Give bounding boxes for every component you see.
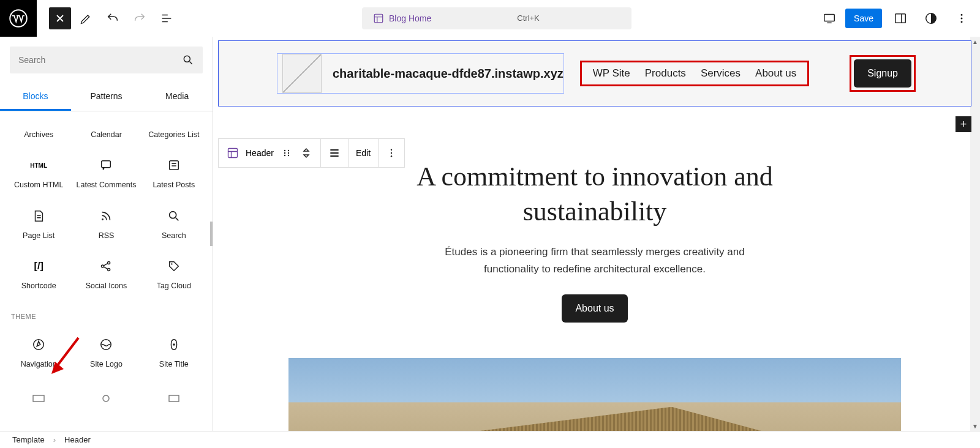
hero-subtitle[interactable]: Études is a pioneering firm that seamles…	[423, 244, 766, 277]
crumb-header[interactable]: Header	[64, 435, 91, 444]
block-shortcode[interactable]: [/]Shortcode	[5, 249, 72, 299]
tab-blocks[interactable]: Blocks	[0, 83, 71, 111]
svg-point-6	[960, 17, 962, 19]
hero-title[interactable]: A commitment to innovation and sustainab…	[374, 159, 815, 229]
tab-media[interactable]: Media	[141, 83, 213, 111]
block-latest-comments[interactable]: Latest Comments	[72, 148, 140, 198]
svg-rect-20	[33, 395, 44, 401]
chevron-right-icon: ›	[53, 435, 56, 444]
svg-rect-22	[169, 395, 179, 401]
view-button[interactable]	[817, 6, 842, 31]
svg-point-5	[960, 13, 962, 15]
svg-point-29	[288, 155, 289, 156]
template-part-icon	[226, 146, 239, 160]
settings-sidebar-button[interactable]	[888, 6, 913, 31]
search-input[interactable]	[10, 47, 203, 73]
tab-patterns[interactable]: Patterns	[71, 83, 142, 111]
edit-button[interactable]: Edit	[349, 139, 379, 167]
wp-logo[interactable]	[0, 0, 37, 37]
block-calendar[interactable]: Calendar	[72, 114, 140, 148]
block-custom-html[interactable]: HTMLCustom HTML	[5, 148, 72, 198]
section-theme: THEME	[5, 299, 208, 327]
svg-point-0	[10, 10, 27, 27]
styles-button[interactable]	[919, 6, 943, 31]
svg-point-28	[284, 155, 285, 156]
svg-point-12	[169, 211, 176, 218]
header-template-part[interactable]: charitable-macaque-dfde87.instawp.xyz WP…	[218, 40, 971, 106]
redo-button[interactable]	[127, 6, 152, 31]
block-placeholder[interactable]	[140, 381, 208, 422]
block-placeholder[interactable]	[72, 381, 140, 422]
search-icon	[182, 54, 194, 66]
nav-item[interactable]: Services	[701, 67, 741, 80]
save-button[interactable]: Save	[845, 9, 882, 28]
svg-point-32	[391, 155, 392, 157]
svg-point-8	[184, 56, 190, 62]
svg-point-26	[284, 152, 285, 154]
svg-point-30	[391, 149, 392, 151]
shortcut-hint: Ctrl+K	[517, 13, 539, 23]
block-site-title[interactable]: Site Title	[140, 327, 208, 378]
nav-item[interactable]: About us	[755, 67, 796, 80]
tools-button[interactable]	[74, 6, 98, 31]
signup-highlight: Signup	[850, 55, 916, 92]
add-block-button[interactable]: +	[956, 116, 971, 132]
document-overview-button[interactable]	[154, 6, 179, 31]
block-latest-posts[interactable]: Latest Posts	[140, 148, 208, 198]
block-navigation[interactable]: Navigation	[5, 327, 72, 378]
svg-rect-1	[374, 14, 383, 23]
navigation-block-highlight: WP Site Products Services About us	[580, 61, 809, 86]
site-logo-placeholder[interactable]	[282, 54, 322, 93]
breadcrumb-bar: Template › Header	[0, 431, 980, 448]
svg-point-25	[288, 150, 289, 151]
svg-point-13	[102, 265, 104, 267]
inserter-tabs: Blocks Patterns Media	[0, 83, 213, 111]
block-tag-cloud[interactable]: Tag Cloud	[140, 249, 208, 299]
move-updown-icon[interactable]	[300, 146, 313, 160]
svg-point-16	[171, 263, 172, 264]
svg-point-21	[103, 395, 109, 401]
undo-button[interactable]	[100, 6, 125, 31]
nav-item[interactable]: WP Site	[593, 67, 630, 80]
editor-canvas[interactable]: ▲▼ charitable-macaque-dfde87.instawp.xyz…	[213, 37, 980, 431]
crumb-template[interactable]: Template	[12, 435, 45, 444]
svg-point-14	[108, 261, 110, 264]
template-icon	[373, 13, 384, 24]
editor-topbar: Blog Home Ctrl+K Save	[0, 0, 980, 37]
signup-button[interactable]: Signup	[854, 59, 911, 88]
svg-point-7	[960, 21, 962, 23]
drag-handle-icon[interactable]	[280, 146, 293, 160]
block-categories-list[interactable]: Categories List	[140, 114, 208, 148]
canvas-scrollbar[interactable]: ▲▼	[970, 37, 980, 431]
command-bar[interactable]: Blog Home Ctrl+K	[362, 7, 631, 29]
align-button[interactable]	[321, 139, 349, 167]
block-site-logo[interactable]: Site Logo	[72, 327, 140, 378]
svg-point-19	[173, 343, 175, 346]
template-name: Blog Home	[389, 13, 431, 23]
hero-button[interactable]: About us	[562, 294, 627, 323]
scrollbar-thumb[interactable]	[210, 222, 213, 246]
svg-rect-3	[895, 13, 906, 23]
svg-point-24	[284, 150, 285, 151]
options-button[interactable]	[949, 6, 974, 31]
svg-point-27	[288, 152, 289, 154]
svg-rect-10	[169, 161, 178, 170]
block-archives[interactable]: Archives	[5, 114, 72, 148]
block-toolbar: Header Edit	[218, 138, 405, 168]
site-title[interactable]: charitable-macaque-dfde87.instawp.xyz	[333, 67, 564, 81]
block-options-button[interactable]	[379, 139, 404, 167]
svg-point-15	[108, 268, 110, 271]
svg-rect-9	[102, 161, 111, 168]
svg-point-31	[391, 152, 392, 154]
svg-rect-2	[824, 14, 835, 21]
nav-item[interactable]: Products	[645, 67, 686, 80]
block-placeholder[interactable]	[5, 381, 72, 422]
svg-rect-23	[228, 149, 238, 158]
block-type-button[interactable]: Header	[219, 139, 321, 167]
block-search[interactable]: Search	[140, 199, 208, 249]
block-page-list[interactable]: Page List	[5, 199, 72, 249]
hero-image[interactable]	[288, 358, 901, 431]
close-inserter-button[interactable]	[49, 7, 71, 29]
block-social-icons[interactable]: Social Icons	[72, 249, 140, 299]
block-rss[interactable]: RSS	[72, 199, 140, 249]
